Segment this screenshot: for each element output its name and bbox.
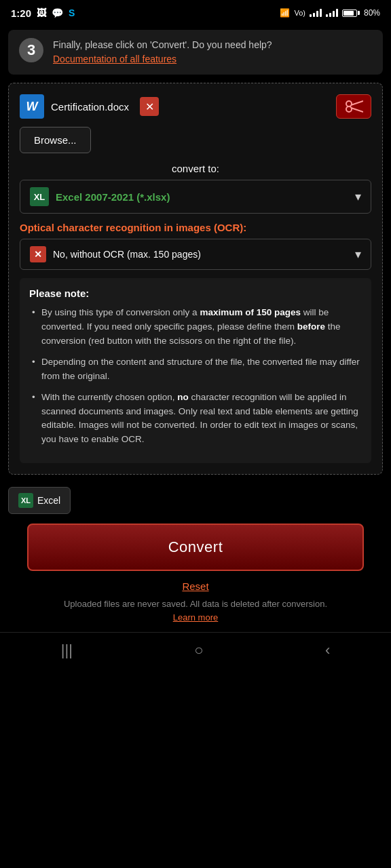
note-box: Please note: By using this type of conve… [20, 278, 371, 463]
wifi-icon: 📶 [280, 8, 290, 18]
main-card: Certification.docx ✕ Browse... convert t… [8, 83, 383, 475]
step3-text: Finally, please click on 'Convert'. Do y… [53, 38, 272, 66]
nav-bar: ||| ○ ‹ [0, 632, 391, 667]
excel-tag: XL Excel [8, 487, 71, 514]
svg-line-3 [351, 108, 363, 112]
word-doc-icon [20, 94, 44, 119]
ocr-dropdown[interactable]: ✕ No, without OCR (max. 150 pages) ▾ [20, 239, 371, 270]
message-icon: 💬 [52, 7, 63, 18]
note-item-1: By using this type of conversion only a … [29, 306, 362, 349]
format-left: XL Excel 2007-2021 (*.xlsx) [30, 187, 170, 206]
docs-link[interactable]: Documentation of all features [53, 54, 176, 64]
status-time: 1:20 🖼 💬 S [11, 7, 75, 19]
svg-point-0 [346, 101, 352, 106]
excel-tag-icon: XL [18, 493, 33, 508]
remove-file-button[interactable]: ✕ [140, 97, 159, 116]
status-icons: 📶 Vo) 80% [280, 8, 380, 18]
ocr-left: ✕ No, without OCR (max. 150 pages) [30, 246, 201, 262]
learn-more-link[interactable]: Learn more [173, 612, 218, 623]
battery-percent: 80% [364, 8, 380, 18]
note-item-2: Depending on the content and structure o… [29, 355, 362, 384]
signal-icon [310, 9, 322, 17]
scissors-icon [344, 100, 363, 113]
status-bar: 1:20 🖼 💬 S 📶 Vo) 80% [0, 0, 391, 24]
convert-button[interactable]: Convert [27, 524, 364, 571]
note-title: Please note: [29, 288, 362, 299]
reset-link[interactable]: Reset [0, 580, 391, 592]
note-list: By using this type of conversion only a … [29, 306, 362, 447]
convert-to-label: convert to: [20, 163, 371, 174]
format-dropdown[interactable]: XL Excel 2007-2021 (*.xlsx) ▾ [20, 180, 371, 214]
format-name: Excel 2007-2021 (*.xlsx) [56, 191, 170, 203]
svg-point-1 [346, 106, 352, 112]
step-number: 3 [19, 38, 43, 62]
footer-note: Uploaded files are never saved. All data… [0, 597, 391, 624]
file-row: Certification.docx ✕ [20, 94, 371, 119]
battery-icon [342, 9, 360, 17]
ocr-option-text: No, without OCR (max. 150 pages) [53, 249, 201, 260]
excel-tag-label: Excel [37, 495, 60, 506]
photo-icon: 🖼 [37, 7, 46, 18]
browse-button[interactable]: Browse... [20, 127, 91, 153]
network-label: Vo) [294, 9, 305, 17]
skype-icon: S [69, 7, 75, 18]
note-item-3: With the currently chosen option, no cha… [29, 391, 362, 448]
ocr-chevron-icon: ▾ [355, 247, 361, 262]
recents-icon[interactable]: ‹ [325, 642, 330, 659]
back-icon[interactable]: ||| [61, 642, 73, 659]
ocr-label: Optical character recognition in images … [20, 222, 371, 233]
signal-icon-2 [326, 9, 338, 17]
file-name: Certification.docx [51, 101, 129, 113]
svg-line-2 [351, 101, 363, 105]
ocr-no-icon: ✕ [30, 246, 46, 262]
home-icon[interactable]: ○ [194, 642, 203, 659]
step3-banner: 3 Finally, please click on 'Convert'. Do… [8, 30, 383, 75]
file-info: Certification.docx ✕ [20, 94, 159, 119]
chevron-down-icon: ▾ [355, 189, 361, 204]
excel-format-icon: XL [30, 187, 49, 206]
scissors-button[interactable] [336, 94, 371, 119]
